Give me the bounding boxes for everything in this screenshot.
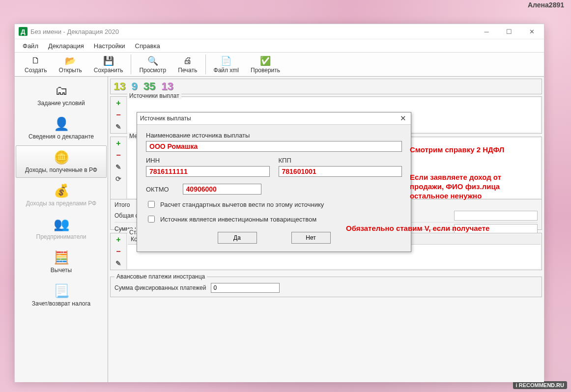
- tab-9[interactable]: 9: [131, 80, 137, 93]
- dialog-ok[interactable]: Да: [218, 232, 257, 244]
- watermark-badge: i RECOMMEND.RU: [513, 381, 567, 389]
- page-username: Алена2891: [528, 1, 564, 9]
- sources-edit[interactable]: ✎: [114, 122, 123, 131]
- dialog-cancel[interactable]: Нет: [291, 232, 331, 244]
- person-icon: 👤: [53, 115, 70, 132]
- sources-title: Источники выплат: [127, 92, 181, 99]
- months-remove[interactable]: −: [114, 151, 123, 160]
- toolbar-check[interactable]: ✅Проверить: [245, 55, 286, 75]
- sources-add[interactable]: +: [114, 99, 123, 108]
- sidebar-income-rf[interactable]: 🪙Доходы, полученные в РФ: [16, 145, 107, 178]
- menu-declaration[interactable]: Декларация: [44, 41, 88, 51]
- advance-label: Сумма фиксированных платежей: [114, 284, 206, 291]
- chk-investment-box[interactable]: [148, 216, 155, 223]
- check-icon: ✅: [260, 56, 271, 66]
- months-add[interactable]: +: [114, 139, 123, 148]
- sidebar-refund[interactable]: 📃Зачет/возврат налога: [16, 279, 107, 311]
- annotation-3: Обязательно ставим V, если получаете: [346, 224, 513, 233]
- toolbar-save[interactable]: 💾Сохранить: [88, 55, 129, 75]
- oktmo-input[interactable]: [183, 184, 261, 195]
- menubar: Файл Декларация Настройки Справка: [15, 39, 544, 53]
- chk-investment[interactable]: Источник является инвестиционным товарищ…: [146, 214, 402, 224]
- total-income-value[interactable]: [454, 211, 538, 221]
- maximize-button[interactable]: ☐: [498, 24, 520, 39]
- dialog-close[interactable]: ✕: [398, 114, 408, 123]
- close-button[interactable]: ✕: [520, 24, 543, 39]
- advance-group: Авансовые платежи иностранца Сумма фикси…: [110, 273, 542, 297]
- conditions-icon: 🗂: [53, 82, 70, 99]
- annotation-2: Если заявляете доход от продажи, ФИО физ…: [410, 173, 518, 200]
- name-input[interactable]: [146, 141, 402, 152]
- advance-title: Авансовые платежи иностранца: [114, 273, 207, 280]
- sidebar-income-abroad[interactable]: 💰Доходы за пределами РФ: [16, 179, 107, 211]
- coins-icon: 🪙: [53, 149, 70, 166]
- deductions-edit[interactable]: ✎: [114, 259, 123, 268]
- window-title: Без имени - Декларация 2020: [30, 28, 475, 35]
- menu-settings[interactable]: Настройки: [90, 41, 129, 51]
- document-icon: 📃: [53, 282, 70, 299]
- tab-13a[interactable]: 13: [114, 80, 125, 93]
- menu-help[interactable]: Справка: [131, 41, 164, 51]
- months-edit[interactable]: ✎: [114, 163, 123, 171]
- toolbar-open[interactable]: 📂Открыть: [53, 55, 88, 75]
- toolbar: 🗋Создать 📂Открыть 💾Сохранить 🔍Просмотр 🖨…: [15, 53, 544, 77]
- sidebar-conditions[interactable]: 🗂Задание условий: [16, 79, 107, 111]
- calculator-icon: 🧮: [53, 249, 70, 266]
- sidebar-declarant[interactable]: 👤Сведения о декларанте: [16, 112, 107, 144]
- sidebar-deductions[interactable]: 🧮Вычеты: [16, 246, 107, 278]
- dialog-title: Источник выплаты: [140, 115, 398, 122]
- toolbar-print[interactable]: 🖨Печать: [172, 55, 203, 75]
- save-icon: 💾: [103, 56, 114, 66]
- inn-label: ИНН: [146, 157, 270, 164]
- sidebar-entrepreneurs[interactable]: 👥Предприниматели: [16, 212, 107, 245]
- print-icon: 🖨: [182, 56, 193, 66]
- toolbar-create[interactable]: 🗋Создать: [19, 55, 53, 75]
- minimize-button[interactable]: ─: [475, 24, 498, 39]
- toolbar-xml[interactable]: 📄Файл xml: [208, 55, 245, 75]
- months-repeat[interactable]: ⟳: [114, 174, 123, 183]
- file-new-icon: 🗋: [30, 56, 41, 66]
- name-label: Наименование источника выплаты: [146, 132, 402, 139]
- app-icon: Д: [19, 27, 28, 36]
- kpp-label: КПП: [279, 157, 402, 164]
- moneybag-icon: 💰: [53, 182, 70, 199]
- sidebar: 🗂Задание условий 👤Сведения о декларанте …: [15, 77, 108, 382]
- chk-standard[interactable]: Расчет стандартных вычетов вести по этом…: [146, 199, 402, 209]
- oktmo-label: ОКТМО: [146, 186, 169, 193]
- tab-35[interactable]: 35: [143, 80, 155, 93]
- people-icon: 👥: [53, 216, 70, 232]
- chk-standard-box[interactable]: [148, 201, 155, 208]
- toolbar-preview[interactable]: 🔍Просмотр: [133, 55, 172, 75]
- folder-open-icon: 📂: [65, 56, 76, 66]
- deductions-add[interactable]: +: [114, 235, 123, 244]
- annotation-1: Смотрим справку 2 НДФЛ: [410, 145, 513, 155]
- preview-icon: 🔍: [147, 56, 158, 66]
- menu-file[interactable]: Файл: [19, 41, 42, 51]
- deductions-remove[interactable]: −: [114, 247, 123, 256]
- advance-value[interactable]: [211, 283, 280, 293]
- titlebar: Д Без имени - Декларация 2020 ─ ☐ ✕: [15, 24, 544, 39]
- sources-remove[interactable]: −: [114, 111, 123, 119]
- kpp-input[interactable]: [279, 166, 402, 177]
- xml-icon: 📄: [221, 56, 231, 66]
- tab-13b[interactable]: 13: [161, 80, 173, 93]
- inn-input[interactable]: [146, 166, 270, 177]
